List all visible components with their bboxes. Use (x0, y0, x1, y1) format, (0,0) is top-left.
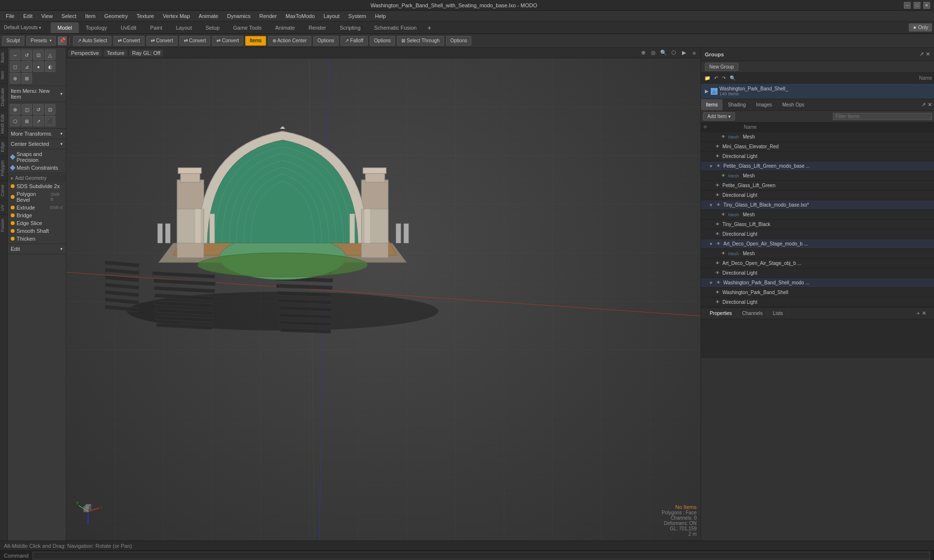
viewport-icon-1[interactable]: ⊕ (639, 49, 647, 57)
mesh-constraints-item[interactable]: Mesh Constraints (8, 164, 66, 172)
menu-render[interactable]: Render (255, 12, 281, 20)
tree-row-elevator[interactable]: 👁 Mini_Glass_Elevator_Red (701, 142, 934, 152)
xfrm-icon-7[interactable]: ↗ (33, 116, 44, 126)
vis-btn-14[interactable]: 👁 (715, 261, 720, 266)
selected-item-row[interactable]: ▶ Washington_Park_Band_Shell_ 140 Items (701, 84, 934, 99)
tool-icon-6[interactable]: ⊿ (21, 61, 32, 72)
tool-icon-7[interactable]: ● (33, 61, 44, 72)
convert-button2[interactable]: ⇄ Convert (146, 36, 178, 46)
basic-tab[interactable]: Basic (0, 48, 8, 67)
tool-icon-1[interactable]: ↔ (10, 50, 20, 60)
filter-input[interactable] (833, 113, 932, 120)
tool-icon-9[interactable]: ⊕ (10, 73, 20, 84)
texture-label[interactable]: Texture (104, 50, 127, 56)
tree-row-mesh4[interactable]: 👁 Mesh Mesh (701, 249, 934, 259)
vis-btn-10[interactable]: 👁 (715, 222, 720, 228)
vis-btn-5[interactable]: 👁 (720, 173, 726, 179)
sculpt-button[interactable]: Sculpt (2, 36, 24, 46)
viewport-canvas[interactable]: No Items Polygons : Face Channels: 0 Def… (66, 58, 700, 541)
vis-btn-8[interactable]: 👁 (716, 202, 721, 208)
items-button[interactable]: Items (245, 36, 266, 46)
groups-expand-icon[interactable]: ↗ (919, 51, 924, 57)
perspective-label[interactable]: Perspective (68, 50, 102, 56)
tree-row-light1[interactable]: 👁 Directional Light (701, 152, 934, 161)
tab-render[interactable]: Render (302, 22, 333, 33)
add-item-button[interactable]: Add Item ▾ (703, 112, 735, 121)
vis-btn-15[interactable]: 👁 (715, 270, 720, 276)
options-button1[interactable]: Options (313, 36, 339, 46)
only-button[interactable]: ★ Only (909, 23, 932, 32)
vis-btn-4[interactable]: 👁 (716, 163, 721, 169)
menu-help[interactable]: Help (371, 12, 390, 20)
menu-geometry[interactable]: Geometry (100, 12, 131, 20)
uv-tab[interactable]: UV (0, 200, 8, 215)
vis-btn-6[interactable]: 👁 (715, 183, 720, 189)
vis-btn-18[interactable]: 👁 (715, 299, 720, 305)
sds-subdivide-item[interactable]: SDS Subdivide 2x (8, 182, 66, 190)
viewport-icon-6[interactable]: ≡ (690, 49, 699, 57)
vis-btn-1[interactable]: 👁 (720, 134, 726, 140)
auto-select-button[interactable]: ↗ Auto Select (73, 36, 111, 46)
tree-row-artdeco-group[interactable]: ▼ 👁 Art_Deco_Open_Air_Stage_modo_b ... (701, 239, 934, 249)
fusion-tab[interactable]: Fusion (0, 214, 8, 236)
tab-uvedit[interactable]: UvEdit (114, 22, 143, 33)
groups-close-icon[interactable]: ✕ (926, 51, 930, 57)
vis-btn-13[interactable]: 👁 (720, 251, 726, 257)
viewport-icon-2[interactable]: ◎ (649, 49, 658, 57)
tool-icon-8[interactable]: ◐ (45, 61, 55, 72)
menu-animate[interactable]: Animate (195, 12, 222, 20)
tree-row-mesh2[interactable]: 👁 Mesh Mesh (701, 171, 934, 181)
add-geometry-header[interactable]: Add Geometry (8, 174, 66, 182)
tree-row-light4[interactable]: 👁 Directional Light (701, 268, 934, 278)
expand-16[interactable]: ▼ (709, 280, 714, 285)
tool-icon-2[interactable]: ↺ (21, 50, 32, 60)
command-input[interactable] (33, 552, 930, 560)
groups-icon-3[interactable]: ↷ (720, 75, 727, 81)
tree-row-light2[interactable]: 👁 Directional Light (701, 191, 934, 200)
mesh-edit-tab[interactable]: Mesh Edit (0, 110, 8, 138)
tree-row-wash-modo-group[interactable]: ▼ 👁 Washington_Park_Band_Shell_modo ... (701, 278, 934, 288)
center-selected-dropdown[interactable]: Center Selected (8, 140, 66, 148)
tool-icon-10[interactable]: ⊞ (21, 73, 32, 84)
menu-item[interactable]: Item (81, 12, 99, 20)
tab-setup[interactable]: Setup (199, 22, 227, 33)
presets-pin[interactable]: 📌 (58, 36, 67, 45)
menu-edit[interactable]: Edit (19, 12, 36, 20)
pp-close[interactable]: ✕ (922, 310, 926, 316)
tool-icon-4[interactable]: △ (45, 50, 55, 60)
xfrm-icon-2[interactable]: ◫ (21, 104, 32, 115)
tree-row-tiny-item[interactable]: 👁 Tiny_Glass_Lift_Black (701, 220, 934, 229)
xfrm-icon-5[interactable]: ⬡ (10, 116, 20, 126)
convert-button1[interactable]: ⇄ Convert (113, 36, 144, 46)
item-tab[interactable]: Item (0, 67, 8, 84)
items-close-icon[interactable]: ✕ (928, 102, 932, 108)
xfrm-icon-6[interactable]: ⊞ (21, 116, 32, 126)
vis-btn-12[interactable]: 👁 (716, 241, 721, 247)
items-expand-icon[interactable]: ↗ (921, 102, 926, 108)
selected-expand-icon[interactable]: ▶ (705, 88, 709, 94)
vis-btn-11[interactable]: 👁 (715, 231, 720, 237)
tab-layout[interactable]: Layout (169, 22, 199, 33)
snaps-item[interactable]: Snaps and Precision (8, 150, 66, 164)
tree-row-wash-item[interactable]: 👁 Washington_Park_Band_Shell (701, 288, 934, 298)
polygon-tab[interactable]: Polygon (0, 156, 8, 180)
tab-game-tools[interactable]: Game Tools (226, 22, 269, 33)
menu-view[interactable]: View (37, 12, 57, 20)
menu-texture[interactable]: Texture (133, 12, 158, 20)
item-menu-dropdown[interactable]: Item Menu: New Item (8, 87, 66, 101)
tab-paint[interactable]: Paint (143, 22, 169, 33)
tab-images[interactable]: Images (751, 99, 777, 110)
vis-btn-16[interactable]: 👁 (716, 280, 721, 286)
options-button2[interactable]: Options (370, 36, 395, 46)
tab-schematic[interactable]: Schematic Fusion (367, 22, 423, 33)
groups-icon-4[interactable]: 🔍 (728, 75, 737, 81)
edit-dropdown[interactable]: Edit (8, 245, 66, 253)
tab-animate[interactable]: Animate (269, 22, 302, 33)
tab-shading[interactable]: Shading (723, 99, 751, 110)
tree-row-petite-item[interactable]: 👁 Petite_Glass_Lift_Green (701, 181, 934, 191)
tree-row-light5[interactable]: 👁 Directional Light (701, 298, 934, 307)
minimize-button[interactable]: ─ (904, 2, 911, 9)
smooth-shaft-item[interactable]: Smooth Shaft (8, 227, 66, 235)
convert-button4[interactable]: ⇄ Convert (212, 36, 243, 46)
window-controls[interactable]: ─ □ ✕ (904, 2, 930, 9)
